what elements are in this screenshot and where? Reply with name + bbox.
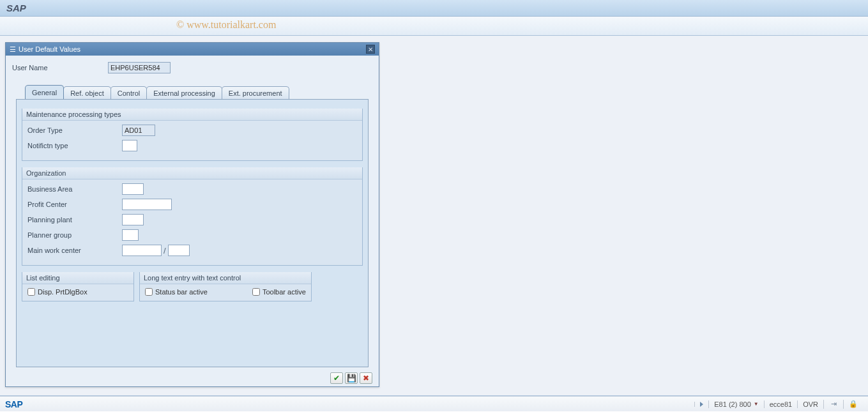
cancel-icon: ✖ [363,374,369,383]
close-icon[interactable]: ✕ [366,45,375,54]
layout-icon: ⇥ [829,400,838,409]
tab-ref-object-label: Ref. object [70,89,104,97]
disp-prtdlgbox-checkbox[interactable] [27,288,35,296]
cancel-button[interactable]: ✖ [360,372,372,384]
dual-groups: List editing Disp. PrtDlgBox Long text e… [22,272,363,308]
user-name-field [108,62,171,73]
tab-control[interactable]: Control [110,86,147,99]
dialog-icon: ☰ [10,45,16,54]
tab-general-label: General [32,89,57,96]
main-work-center-field-1[interactable] [122,245,162,256]
tab-external-processing[interactable]: External processing [146,86,222,99]
tab-pane-general: Maintenance processing types Order Type … [16,99,369,367]
user-name-row: User Name [12,62,372,73]
watermark-text: © www.tutorialkart.com [176,19,276,31]
group-list-editing: List editing Disp. PrtDlgBox [22,272,134,301]
group-organization: Organization Business Area Profit Center… [22,167,363,266]
play-icon [700,402,703,407]
sap-logo: SAP [5,399,22,409]
status-bar: SAP E81 (2) 800 ▼ ecce81 OVR ⇥ 🔒 [0,396,868,411]
app-title: SAP [6,3,26,13]
group-long-text-title: Long text entry with text control [140,272,311,284]
group-maintenance-types: Maintenance processing types Order Type … [22,109,363,161]
toolbar-active-row: Toolbar active [252,288,306,296]
tab-general[interactable]: General [25,85,64,99]
check-icon: ✔ [333,374,340,383]
disp-prtdlgbox-row: Disp. PrtDlgBox [27,288,128,296]
main-work-center-field-2[interactable] [168,245,190,256]
planning-plant-field[interactable] [122,214,144,225]
app-title-bar: SAP [0,0,868,17]
status-bar-active-label: Status bar active [155,288,208,296]
business-area-label: Business Area [27,185,122,193]
toolbar-active-label: Toolbar active [263,288,306,296]
status-system-text: E81 (2) 800 [714,400,750,408]
group-organization-title: Organization [22,167,362,179]
notif-type-field[interactable] [122,140,137,151]
notif-type-label: Notifictn type [27,142,122,149]
group-maintenance-types-title: Maintenance processing types [22,109,362,121]
tab-ref-object[interactable]: Ref. object [63,86,111,99]
tabstrip: General Ref. object Control External pro… [12,85,372,99]
tab-external-processing-label: External processing [153,89,215,97]
status-host-text: ecce81 [770,400,792,408]
status-host: ecce81 [764,400,797,408]
ok-button[interactable]: ✔ [330,372,343,384]
status-play[interactable] [694,402,708,407]
status-layout-button[interactable]: ⇥ [823,400,843,409]
planner-group-label: Planner group [27,231,122,239]
order-type-field [122,125,155,136]
content-area: ☰ User Default Values ✕ User Name Genera… [0,36,868,396]
status-mode-text: OVR [803,400,818,408]
disp-prtdlgbox-label: Disp. PrtDlgBox [38,288,88,296]
group-long-text: Long text entry with text control Status… [139,272,312,301]
dialog-actions: ✔ 💾 ✖ [330,372,372,384]
profit-center-field[interactable] [122,199,172,210]
lock-icon: 🔒 [849,400,858,409]
toolbar-active-checkbox[interactable] [252,288,260,296]
app-toolbar: © www.tutorialkart.com [0,17,868,36]
status-bar-active-checkbox[interactable] [145,288,153,296]
tab-control-label: Control [118,89,140,97]
status-lock-button[interactable]: 🔒 [843,400,863,409]
order-type-label: Order Type [27,126,122,134]
slash-separator: / [164,246,166,255]
profit-center-label: Profit Center [27,201,122,208]
dialog-titlebar: ☰ User Default Values ✕ [6,43,379,56]
tab-ext-procurement[interactable]: Ext. procurement [222,86,289,99]
business-area-field[interactable] [122,183,144,195]
status-system[interactable]: E81 (2) 800 ▼ [708,400,763,408]
tab-ext-procurement-label: Ext. procurement [229,89,282,97]
user-default-values-dialog: ☰ User Default Values ✕ User Name Genera… [5,42,379,387]
user-name-label: User Name [12,64,108,72]
status-mode: OVR [797,400,823,408]
planner-group-field[interactable] [122,229,139,241]
save-icon: 💾 [347,374,356,383]
dialog-body: User Name General Ref. object Control Ex… [6,56,379,386]
status-bar-active-row: Status bar active [145,288,208,296]
main-work-center-label: Main work center [27,247,122,254]
dialog-title-text: User Default Values [19,45,80,53]
save-button[interactable]: 💾 [345,372,358,384]
group-list-editing-title: List editing [22,272,133,284]
chevron-down-icon: ▼ [754,401,759,407]
planning-plant-label: Planning plant [27,216,122,224]
